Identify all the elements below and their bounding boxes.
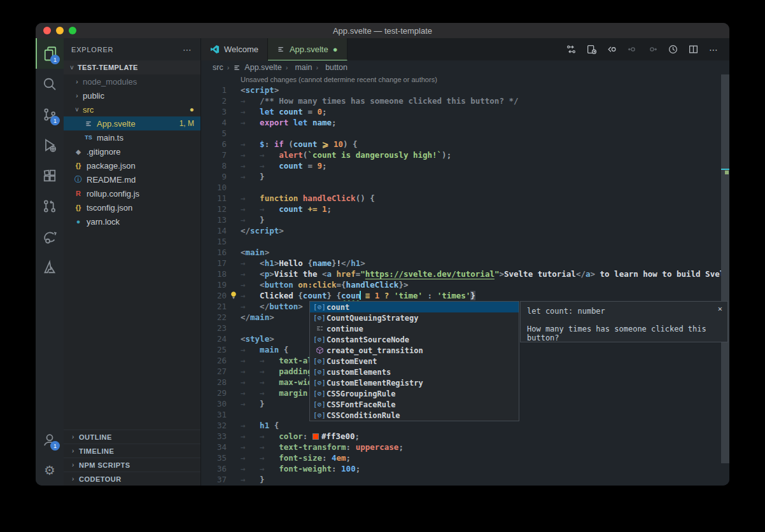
suggest-item-customelementregistry[interactable]: [⊘]CustomElementRegistry xyxy=(310,377,519,388)
line-number: 16 xyxy=(201,247,227,258)
tab-welcome[interactable]: Welcome xyxy=(201,38,268,60)
file-tree-item-readme-md[interactable]: ⓘREADME.md xyxy=(64,172,200,186)
file-tree-item-public[interactable]: ›public xyxy=(64,88,200,102)
explorer-title: EXPLORER xyxy=(71,46,113,53)
line-number: 24 xyxy=(201,333,227,344)
line-number: 15 xyxy=(201,236,227,247)
suggest-item-customevent[interactable]: [⊘]CustomEvent xyxy=(310,356,519,367)
suggest-item-customelements[interactable]: [⊘]customElements xyxy=(310,367,519,377)
file-tree-item--gitignore[interactable]: ◆.gitignore xyxy=(64,144,200,158)
line-number: 19 xyxy=(201,279,227,290)
file-label: rollup.config.js xyxy=(87,189,139,199)
line-content xyxy=(227,323,241,333)
code-line: 16<main> xyxy=(201,247,729,258)
activity-accounts[interactable]: 1 xyxy=(36,424,64,455)
file-tree-item-rollup-config-js[interactable]: Rrollup.config.js xyxy=(64,186,200,200)
line-number: 7 xyxy=(201,150,227,160)
line-content: </main> xyxy=(227,312,274,323)
sidebar-section-npm-scripts[interactable]: ›NPM SCRIPTS xyxy=(64,458,200,472)
suggest-label: count xyxy=(326,303,349,312)
css-color-swatch xyxy=(312,433,319,440)
breadcrumb-item-src[interactable]: src xyxy=(213,63,223,72)
yarn-icon: ● xyxy=(73,218,84,225)
next-change-icon[interactable] xyxy=(645,41,661,57)
line-number: 17 xyxy=(201,258,227,269)
file-tree-item-package-json[interactable]: {}package.json xyxy=(64,158,200,172)
git-status-badge: ● xyxy=(190,105,194,114)
activity-github-pr[interactable] xyxy=(36,191,64,221)
file-label: README.md xyxy=(87,175,136,185)
file-tree-item-app-svelte[interactable]: App.svelte1, M xyxy=(64,116,200,130)
line-number: 34 xyxy=(201,442,227,452)
line-content: → → font-size: 4em; xyxy=(227,452,351,463)
activity-extensions[interactable] xyxy=(36,160,64,191)
code-line: 5 xyxy=(201,128,729,139)
code-line: 4→ export let name; xyxy=(201,117,729,128)
breadcrumb-item-main[interactable]: main xyxy=(291,63,312,72)
activity-azure[interactable] xyxy=(36,252,64,283)
sidebar-section-outline[interactable]: ›OUTLINE xyxy=(64,430,200,444)
workspace-root-folder[interactable]: ˅ TEST-TEMPLATE xyxy=(64,60,200,74)
file-tree-item-src[interactable]: ˅src● xyxy=(64,102,200,116)
overview-ruler-cursor-mark xyxy=(721,169,729,170)
explorer-more-actions-icon[interactable]: ⋯ xyxy=(183,45,193,55)
file-label: public xyxy=(83,91,104,101)
suggest-item-cssgroupingrule[interactable]: [⊘]CSSGroupingRule xyxy=(310,388,519,399)
suggest-item-cssconditionrule[interactable]: [⊘]CSSConditionRule xyxy=(310,410,519,421)
editor-scrollbar[interactable] xyxy=(721,74,729,463)
suggest-item-constantsourcenode[interactable]: [⊘]ConstantSourceNode xyxy=(310,334,519,345)
json-icon: {} xyxy=(73,162,84,169)
activity-search[interactable] xyxy=(36,69,64,99)
split-editor-icon[interactable] xyxy=(685,41,701,57)
suggest-item-continue[interactable]: continue xyxy=(310,323,519,334)
go-back-icon[interactable] xyxy=(604,41,620,57)
previous-change-icon[interactable] xyxy=(624,41,640,57)
chevron-down-icon: ˅ xyxy=(73,106,81,113)
compare-changes-icon[interactable] xyxy=(563,41,579,57)
suggest-item-create_out_transition[interactable]: create_out_transition xyxy=(310,345,519,356)
breadcrumb-item-app-svelte[interactable]: App.svelte xyxy=(233,63,281,72)
line-content: → → count += 1; xyxy=(227,204,332,214)
svelte-file-icon xyxy=(277,45,285,53)
symbol-field-icon: [⊘] xyxy=(312,379,326,387)
suggest-doc-signature: let count: number xyxy=(527,307,721,316)
code-editor[interactable]: Unsaved changes (cannot determine recent… xyxy=(201,74,729,486)
suggest-label: customElements xyxy=(326,368,391,377)
line-number: 13 xyxy=(201,214,227,225)
explorer-sidebar: EXPLORER ⋯ ˅ TEST-TEMPLATE ›node_modules… xyxy=(64,38,201,486)
activity-source-control[interactable]: 1 xyxy=(36,99,64,130)
ts-icon: TS xyxy=(83,134,94,141)
suggest-label: CustomEvent xyxy=(326,357,377,366)
activity-settings[interactable]: ⚙ xyxy=(36,455,64,486)
line-number: 33 xyxy=(201,431,227,442)
sidebar-section-codetour[interactable]: ›CODETOUR xyxy=(64,472,200,486)
chevron-down-icon: ˅ xyxy=(67,64,76,71)
file-tree-item-tsconfig-json[interactable]: {}tsconfig.json xyxy=(64,200,200,214)
file-tree-item-main-ts[interactable]: TSmain.ts xyxy=(64,130,200,144)
suggest-item-cssfontfacerule[interactable]: [⊘]CSSFontFaceRule xyxy=(310,399,519,410)
sidebar-section-timeline[interactable]: ›TIMELINE xyxy=(64,444,200,458)
chevron-right-icon: › xyxy=(73,92,81,99)
gitlens-blame-annotation: Unsaved changes (cannot determine recent… xyxy=(201,74,729,85)
tab-app-svelte[interactable]: App.svelte● xyxy=(268,38,347,60)
file-tree-item-node-modules[interactable]: ›node_modules xyxy=(64,74,200,88)
title-bar[interactable]: App.svelte — test-template xyxy=(36,23,729,38)
more-actions-icon[interactable]: ⋯ xyxy=(706,41,722,57)
line-content: → main { xyxy=(227,344,288,355)
breadcrumb-item-button[interactable]: button xyxy=(322,63,347,72)
breadcrumb-label: main xyxy=(295,63,312,72)
file-tree: ›node_modules›public˅src●App.svelte1, MT… xyxy=(64,74,200,228)
file-tree-item-yarn-lock[interactable]: ●yarn.lock xyxy=(64,214,200,228)
line-content: → /** How many times has someone clicked… xyxy=(227,95,519,106)
breadcrumb[interactable]: src›App.svelte›main›button xyxy=(201,60,729,74)
activity-run-debug[interactable] xyxy=(36,130,64,160)
suggest-item-countqueuingstrategy[interactable]: [⊘]CountQueuingStrategy xyxy=(310,312,519,323)
close-icon[interactable]: ✕ xyxy=(718,304,722,313)
activity-explorer[interactable]: 1 xyxy=(36,38,64,69)
info-icon: ⓘ xyxy=(73,174,84,185)
activity-live-share[interactable] xyxy=(36,221,64,252)
line-content: </script> xyxy=(227,225,284,236)
suggest-item-count[interactable]: [⊘]count xyxy=(310,302,519,312)
open-changes-icon[interactable] xyxy=(584,41,600,57)
history-icon[interactable] xyxy=(665,41,681,57)
